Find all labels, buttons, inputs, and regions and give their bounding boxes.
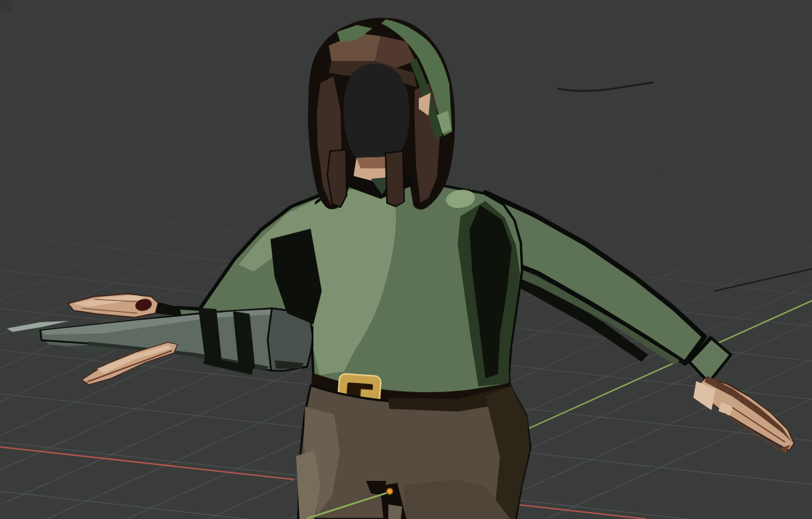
viewport-corner-shade (0, 0, 11, 11)
head (308, 18, 455, 210)
3d-viewport[interactable] (0, 0, 812, 519)
object-origin-dot[interactable] (387, 489, 393, 495)
pants-inner-patch (388, 504, 402, 519)
pants (296, 385, 530, 519)
hair-strand-right (386, 151, 404, 206)
